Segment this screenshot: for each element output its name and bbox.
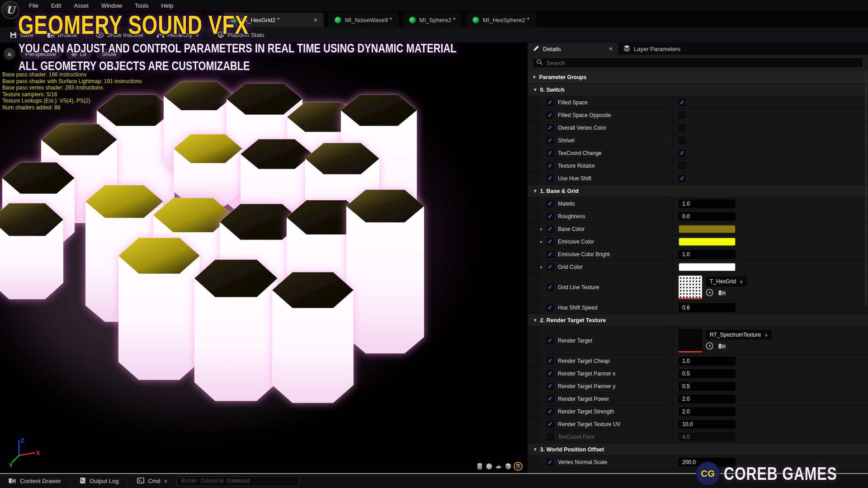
use-selected-asset-icon[interactable]: [706, 289, 713, 298]
bool-value-checkbox[interactable]: [679, 112, 686, 119]
material-preview-viewport[interactable]: ≡ Perspective Lit Show Base pass shader:…: [0, 42, 527, 473]
menu-file[interactable]: File: [29, 2, 38, 9]
bool-value-checkbox[interactable]: [679, 124, 686, 131]
tab-mi-sphere2[interactable]: MI_Sphere2 *: [403, 13, 462, 27]
scalar-input[interactable]: 2.0: [679, 394, 736, 404]
tab-mi-hexgrid2[interactable]: MI_HexGrid2 * ×: [224, 13, 324, 27]
group-render-target-texture[interactable]: ▾2. Render Target Texture: [528, 314, 868, 327]
bool-value-checkbox[interactable]: ✓: [679, 175, 686, 182]
tab-mi-noisewave9[interactable]: MI_NoiseWave9 *: [328, 13, 398, 27]
details-scrollbar[interactable]: [865, 71, 867, 306]
scalar-input[interactable]: 0.5: [679, 369, 736, 378]
color-swatch[interactable]: [679, 238, 736, 246]
scalar-input: 4.0: [679, 432, 736, 441]
bool-value-checkbox[interactable]: ✓: [679, 99, 686, 106]
param-enable-checkbox[interactable]: ✓: [547, 124, 554, 131]
group-world-position-offset[interactable]: ▾3. World Position Offset: [528, 443, 868, 456]
param-enable-checkbox[interactable]: ✓: [547, 357, 554, 365]
scalar-input[interactable]: 1.0: [679, 199, 736, 208]
browse-to-asset-icon[interactable]: [718, 343, 726, 351]
menu-edit[interactable]: Edit: [51, 2, 61, 9]
texture-thumbnail[interactable]: [679, 329, 702, 352]
menu-tools[interactable]: Tools: [135, 2, 148, 9]
bool-value-checkbox[interactable]: [679, 137, 686, 144]
browse-button[interactable]: Browse: [42, 27, 82, 42]
param-enable-checkbox[interactable]: ✓: [547, 263, 554, 271]
viewport-menu-icon[interactable]: ≡: [4, 48, 15, 60]
hierarchy-button[interactable]: Hierarchy ∨: [152, 27, 203, 42]
param-enable-checkbox[interactable]: ✓: [547, 284, 554, 291]
texture-asset-dropdown[interactable]: RT_SpectrumTexture∨: [706, 330, 772, 340]
param-enable-checkbox[interactable]: ✓: [547, 304, 554, 311]
preview-cube-button[interactable]: [504, 462, 512, 470]
expander-icon[interactable]: ▸: [540, 239, 547, 244]
perspective-button[interactable]: Perspective: [20, 48, 61, 59]
param-enable-checkbox[interactable]: ✓: [547, 200, 554, 207]
param-enable-checkbox[interactable]: ✓: [547, 112, 554, 119]
tab-layer-parameters[interactable]: Layer Parameters: [618, 43, 686, 55]
color-swatch[interactable]: [679, 225, 736, 233]
platform-stats-button[interactable]: Platform Stats: [213, 27, 269, 42]
search-input[interactable]: [546, 59, 844, 67]
expander-icon[interactable]: ▸: [540, 264, 547, 269]
scalar-input[interactable]: 0.0: [679, 212, 736, 221]
scalar-input[interactable]: 1.0: [679, 250, 736, 259]
param-enable-checkbox[interactable]: ✓: [547, 251, 554, 258]
menu-asset[interactable]: Asset: [74, 2, 89, 9]
search-box[interactable]: [532, 57, 863, 68]
param-enable-checkbox[interactable]: ✓: [547, 408, 554, 415]
param-enable-checkbox[interactable]: ✓: [547, 370, 554, 377]
param-enable-checkbox[interactable]: ✓: [547, 137, 554, 144]
browse-to-asset-icon[interactable]: [718, 289, 726, 297]
tab-mi-hexsphere2[interactable]: MI_HexSphere2 *: [466, 13, 536, 27]
param-enable-checkbox[interactable]: ✓: [547, 225, 554, 233]
console-command-input[interactable]: [180, 478, 295, 485]
texture-asset-dropdown[interactable]: T_HexGrid∨: [706, 277, 747, 286]
group-base-grid[interactable]: ▾1. Base & Grid: [528, 185, 868, 197]
show-menu-button[interactable]: Show: [96, 48, 122, 59]
param-enable-checkbox[interactable]: ✓: [547, 175, 554, 182]
param-enable-checkbox[interactable]: ✓: [547, 337, 554, 344]
bool-value-checkbox[interactable]: [679, 162, 686, 169]
param-enable-checkbox[interactable]: ✓: [547, 383, 554, 390]
use-selected-asset-icon[interactable]: [706, 342, 713, 351]
save-button[interactable]: Save: [5, 27, 38, 42]
menu-help[interactable]: Help: [161, 2, 173, 9]
param-enable-checkbox[interactable]: ✓: [547, 150, 554, 157]
texture-thumbnail[interactable]: [679, 276, 702, 299]
console-command-box[interactable]: [176, 476, 299, 486]
close-icon[interactable]: ×: [314, 16, 317, 23]
content-drawer-button[interactable]: Content Drawer: [5, 474, 65, 488]
preview-sphere-button[interactable]: [485, 462, 493, 470]
scalar-input[interactable]: 0.5: [679, 382, 736, 391]
scalar-input[interactable]: 10.0: [679, 420, 736, 429]
scalar-input[interactable]: 0.6: [679, 303, 736, 312]
param-enable-checkbox[interactable]: [547, 433, 554, 441]
show-inactive-button[interactable]: Show Inactive: [91, 27, 148, 42]
param-enable-checkbox[interactable]: ✓: [547, 99, 554, 106]
param-enable-checkbox[interactable]: ✓: [547, 395, 554, 403]
param-enable-checkbox[interactable]: ✓: [547, 162, 554, 169]
group-switch[interactable]: ▾0. Switch: [528, 84, 868, 96]
preview-plane-button[interactable]: [495, 462, 503, 470]
preview-cylinder-button[interactable]: [476, 462, 484, 470]
param-enable-checkbox[interactable]: ✓: [547, 238, 554, 245]
color-swatch[interactable]: [679, 263, 736, 271]
scalar-input[interactable]: 1.0: [679, 357, 736, 366]
tab-details[interactable]: Details ×: [528, 43, 618, 55]
preview-custom-mesh-button[interactable]: [514, 462, 523, 471]
menu-window[interactable]: Window: [101, 2, 122, 9]
param-enable-checkbox[interactable]: ✓: [547, 459, 554, 466]
scalar-input[interactable]: 2.0: [679, 407, 736, 416]
parameter-groups-header[interactable]: ▾ Parameter Groups: [528, 71, 868, 84]
expander-icon[interactable]: ▸: [540, 226, 547, 231]
bool-value-checkbox[interactable]: ✓: [679, 150, 686, 157]
close-icon[interactable]: ×: [609, 45, 613, 52]
cmd-dropdown[interactable]: Cmd ∨: [133, 474, 171, 488]
param-enable-checkbox[interactable]: ✓: [547, 421, 554, 428]
scalar-input[interactable]: 200.0: [679, 458, 736, 467]
output-log-button[interactable]: Output Log: [76, 474, 122, 488]
lit-mode-button[interactable]: Lit: [66, 48, 92, 59]
param-enable-checkbox[interactable]: ✓: [547, 213, 554, 220]
unreal-engine-logo[interactable]: U: [1, 1, 19, 19]
